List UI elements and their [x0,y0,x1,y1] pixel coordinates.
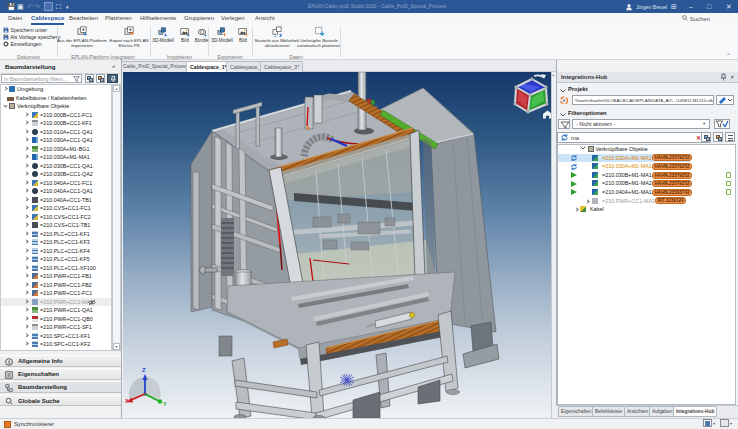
svg-text:Z: Z [142,367,146,373]
svg-text:X: X [125,398,129,404]
svg-text:i: i [8,359,10,365]
svg-text:Y: Y [163,401,167,407]
